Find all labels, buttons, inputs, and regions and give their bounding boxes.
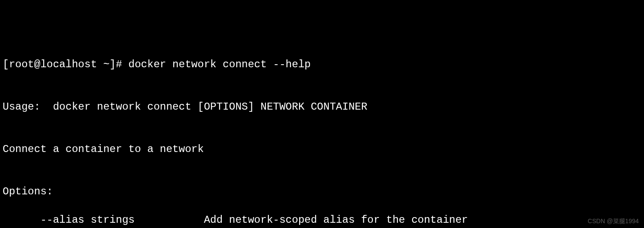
watermark-text: CSDN @菜腿1994	[588, 217, 639, 225]
options-header: Options:	[3, 185, 641, 199]
option-flag: --alias strings	[3, 214, 204, 226]
option-row: --alias strings Add network-scoped alias…	[3, 213, 641, 227]
entered-command: docker network connect --help	[128, 59, 311, 70]
shell-prompt: [root@localhost ~]#	[3, 59, 128, 70]
command-line-1: [root@localhost ~]# docker network conne…	[3, 58, 641, 72]
option-desc: Add network-scoped alias for the contain…	[204, 214, 468, 226]
usage-line: Usage: docker network connect [OPTIONS] …	[3, 100, 641, 114]
description-line: Connect a container to a network	[3, 142, 641, 156]
